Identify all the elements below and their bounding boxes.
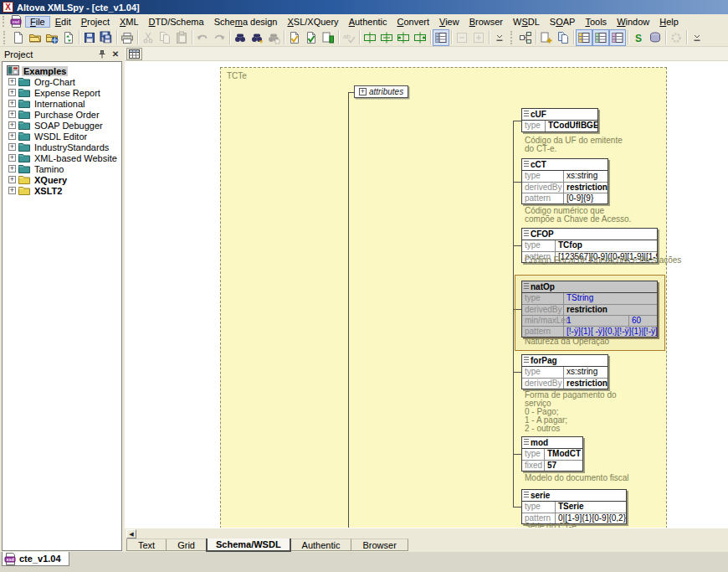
tree-item-soap-debugger[interactable]: SOAP Debugger xyxy=(7,120,121,131)
menu-view[interactable]: View xyxy=(434,16,464,28)
toolbar-overflow-icon[interactable] xyxy=(689,29,705,46)
expand-all-icon[interactable] xyxy=(470,29,487,46)
pretty-print-icon[interactable] xyxy=(361,29,378,46)
tree-item-xml-based-website[interactable]: XML-based Website xyxy=(7,152,121,163)
menu-browser[interactable]: Browser xyxy=(464,16,508,28)
open-url-icon[interactable] xyxy=(44,29,60,46)
toolbar-overflow-icon[interactable] xyxy=(491,29,508,46)
validate-icon[interactable] xyxy=(303,29,320,46)
tab-schema-wsdl[interactable]: Schema/WSDL xyxy=(206,539,291,552)
expand-plus-icon[interactable] xyxy=(8,165,16,173)
tree-item-org-chart[interactable]: Org-Chart xyxy=(7,76,121,87)
menu-file[interactable]: File xyxy=(25,16,50,28)
spellcheck-icon[interactable]: ab xyxy=(341,29,357,46)
database-connection-icon[interactable] xyxy=(647,29,664,46)
open-file-icon[interactable] xyxy=(27,29,44,46)
show-types-icon[interactable] xyxy=(592,29,609,46)
save-icon[interactable] xyxy=(81,29,98,46)
menu-xml[interactable]: XML xyxy=(115,16,144,28)
find-in-files-icon[interactable] xyxy=(265,29,282,46)
tab-authentic[interactable]: Authentic xyxy=(290,539,352,551)
insert-node-icon[interactable] xyxy=(538,29,555,46)
facet-value: restriction xyxy=(564,305,657,315)
redo-icon[interactable] xyxy=(211,29,228,46)
expand-plus-icon[interactable] xyxy=(8,154,16,162)
tree-item-industrystandards[interactable]: IndustryStandards xyxy=(7,142,121,152)
undo-icon[interactable] xyxy=(194,29,211,46)
menu-help[interactable]: Help xyxy=(654,16,684,28)
menu-window[interactable]: Window xyxy=(612,16,654,28)
pin-icon[interactable] xyxy=(97,49,107,59)
find-icon[interactable] xyxy=(232,29,249,46)
print-icon[interactable] xyxy=(119,29,136,46)
attributes-box[interactable]: attributes xyxy=(354,85,408,98)
tree-item-expense-report[interactable]: Expense Report xyxy=(7,87,121,98)
expand-plus-icon[interactable] xyxy=(8,121,16,129)
project-root-examples[interactable]: Examples xyxy=(7,65,121,76)
schema-settings-icon[interactable] xyxy=(517,29,534,46)
reload-file-icon[interactable] xyxy=(60,29,77,46)
word-wrap-icon[interactable] xyxy=(378,29,395,46)
expand-plus-icon[interactable] xyxy=(8,89,16,96)
menu-convert[interactable]: Convert xyxy=(392,16,435,28)
close-icon[interactable]: ✕ xyxy=(110,49,120,59)
check-wellformed-icon[interactable] xyxy=(286,29,303,46)
menu-project[interactable]: Project xyxy=(76,16,115,28)
tree-item-wsdl-editor[interactable]: WSDL Editor xyxy=(7,131,121,142)
element-cCT[interactable]: cCTtypexs:stringderivedByrestrictionpatt… xyxy=(521,158,608,204)
document-menu-icon[interactable]: xsd xyxy=(10,15,23,28)
tab-text[interactable]: Text xyxy=(126,539,167,551)
show-detail-icon[interactable] xyxy=(609,29,626,46)
menu-tools[interactable]: Tools xyxy=(580,16,612,28)
enhanced-grid-view-icon[interactable] xyxy=(433,29,449,46)
tree-item-xslt2[interactable]: XSLT2 xyxy=(7,185,121,196)
tree-item-xquery[interactable]: XQuery xyxy=(7,174,121,185)
menu-edit[interactable]: Edit xyxy=(50,16,76,28)
expand-plus-icon[interactable] xyxy=(8,143,16,151)
expand-plus-icon[interactable] xyxy=(8,111,16,118)
menu-wsdl[interactable]: WSDL xyxy=(508,16,545,28)
line-numbers-icon[interactable] xyxy=(395,29,412,46)
tree-item-international[interactable]: International xyxy=(7,98,121,109)
menu-authentic[interactable]: Authentic xyxy=(344,16,392,28)
display-all-globals-button[interactable] xyxy=(126,48,142,60)
collapse-unselected-icon[interactable] xyxy=(454,29,470,46)
append-node-icon[interactable] xyxy=(555,29,572,46)
toolbar-grip[interactable] xyxy=(510,31,515,44)
connector-line xyxy=(513,454,521,455)
menu-soap[interactable]: SOAP xyxy=(545,16,581,28)
scripting-settings-icon[interactable] xyxy=(668,29,684,46)
toolbar-grip[interactable] xyxy=(3,31,8,44)
element-cUF[interactable]: cUFtypeTCodUfIBGE xyxy=(521,108,598,132)
expand-plus-icon[interactable] xyxy=(8,132,16,140)
menu-xsl-xquery[interactable]: XSL/XQuery xyxy=(282,16,343,28)
tree-item-purchase-order[interactable]: Purchase Order xyxy=(7,109,121,120)
tab-grid[interactable]: Grid xyxy=(166,539,207,551)
folder-icon xyxy=(18,142,30,152)
save-all-icon[interactable] xyxy=(98,29,115,46)
tab-browser[interactable]: Browser xyxy=(351,539,408,551)
show-annotations-icon[interactable] xyxy=(576,29,592,46)
new-document-icon[interactable] xyxy=(10,29,27,46)
cut-icon[interactable] xyxy=(140,29,156,46)
expand-plus-icon[interactable] xyxy=(8,78,16,85)
expand-plus-icon[interactable] xyxy=(359,88,367,95)
expand-plus-icon[interactable] xyxy=(8,100,16,107)
element-forPag[interactable]: forPagtypexs:stringderivedByrestriction xyxy=(521,354,608,389)
find-next-icon[interactable] xyxy=(249,29,265,46)
scroll-left-button[interactable]: ◀ xyxy=(126,529,136,539)
expand-plus-icon[interactable] xyxy=(8,187,16,194)
expand-plus-icon[interactable] xyxy=(8,176,16,183)
syntax-coloring-icon[interactable] xyxy=(412,29,428,46)
menu-schema-design[interactable]: Schema design xyxy=(209,16,283,28)
element-natOp[interactable]: natOptypeTStringderivedByrestrictionmin/… xyxy=(521,281,658,338)
element-serie[interactable]: serietypeTSeriepattern0|[1-9]{1}[0-9]{0,… xyxy=(521,489,627,524)
generate-schema-doc-icon[interactable]: S xyxy=(630,29,647,46)
element-mod[interactable]: modtypeTModCTfixed57 xyxy=(521,436,583,472)
paste-icon[interactable] xyxy=(173,29,190,46)
document-tab-cte-v1-04[interactable]: xsdcte_v1.04 xyxy=(2,552,69,566)
menu-dtd-schema[interactable]: DTD/Schema xyxy=(144,16,209,28)
assign-schema-icon[interactable] xyxy=(320,29,336,46)
copy-icon[interactable] xyxy=(156,29,173,46)
tree-item-tamino[interactable]: Tamino xyxy=(7,163,121,174)
